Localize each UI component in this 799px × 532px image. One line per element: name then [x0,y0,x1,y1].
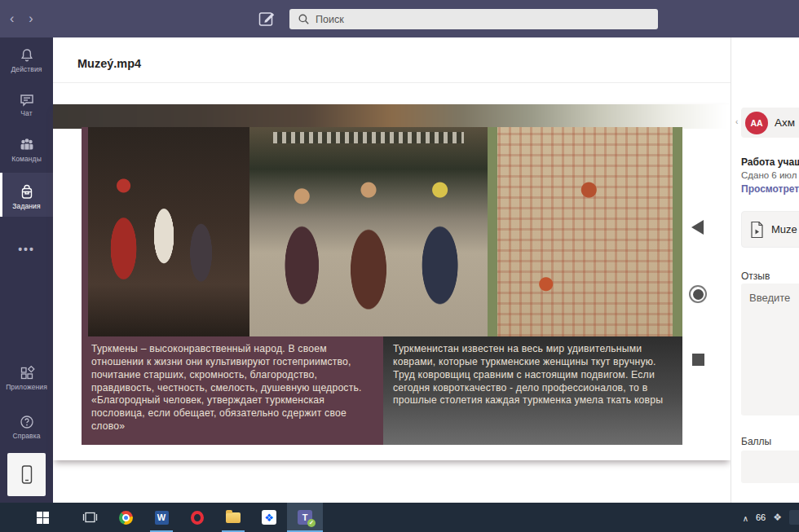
forward-icon[interactable]: › [29,11,33,26]
presentation-slide: Туркмены – высоконравственный народ. В с… [82,127,682,445]
back-icon[interactable]: ‹ [10,11,14,26]
phone-icon [20,464,34,486]
slide-caption-left: Туркмены – высоконравственный народ. В с… [82,336,383,445]
start-button[interactable] [24,503,60,532]
sidebar-item-assignments[interactable]: Задания [0,173,53,217]
apps-icon [19,365,35,381]
record-button[interactable] [689,285,707,303]
assignments-icon [19,184,35,200]
photo-traditional-ceremony [88,127,249,336]
taskbar-chrome[interactable] [108,503,143,532]
dropbox-icon: ❖ [262,510,276,525]
sidebar-label-chat: Чат [0,109,53,117]
chrome-icon [119,511,133,525]
taskbar-explorer[interactable] [215,503,251,532]
search-input[interactable]: Поиск [289,9,658,29]
opera-icon [191,511,204,525]
new-chat-icon[interactable] [258,10,276,28]
previous-button[interactable] [691,220,704,235]
tray-expand-icon[interactable]: ∧ [743,514,748,523]
search-icon [298,14,309,24]
view-history-link[interactable]: Просмотрет [741,183,799,195]
windows-taskbar: W ❖ T ∧ 66 ❖ [0,503,799,532]
task-view-icon [82,511,98,524]
task-view-button[interactable] [72,503,108,532]
student-chip[interactable]: AA Ахм [741,108,799,138]
taskbar-word[interactable]: W [143,503,179,532]
assignment-panel: ‹ AA Ахм Работа учащ Сдано 6 июл Просмот… [731,37,799,503]
attached-file-card[interactable]: Muze [741,211,799,248]
sidebar-item-teams[interactable]: Команды [0,137,53,163]
feedback-label: Отзыв [741,270,770,282]
attached-file-name: Muze [771,223,797,235]
header-divider [53,82,731,83]
mobile-app-button[interactable] [7,453,46,496]
document-title: Muzeý.mp4 [77,57,141,70]
taskbar-opera[interactable] [179,503,215,532]
system-tray: ∧ 66 ❖ [743,503,799,532]
more-icon: ••• [18,243,35,256]
sidebar-label-teams: Команды [0,155,53,163]
stop-button[interactable] [692,354,704,366]
word-icon: W [155,511,169,525]
teams-window: ‹ › Поиск Действия [0,0,799,532]
tray-dropbox-icon[interactable]: ❖ [773,512,782,523]
collapse-chevron-icon[interactable]: ‹ [735,117,738,126]
chat-icon [19,91,35,108]
avatar: AA [745,112,768,134]
photo-turkmen-women [249,127,488,336]
sidebar-label-activity: Действия [0,65,53,73]
windows-icon [37,512,49,524]
teams-app-icon: T [298,510,312,525]
app-sidebar: Действия Чат Команды [0,37,53,503]
sidebar-item-activity[interactable]: Действия [0,47,53,73]
video-file-icon [750,221,764,239]
search-placeholder: Поиск [316,14,344,25]
video-blur-strip [53,104,731,129]
work-label: Работа учащ [741,156,799,168]
sidebar-label-apps: Приложения [0,383,53,391]
sidebar-item-chat[interactable]: Чат [0,91,53,117]
tray-count: 66 [756,512,766,522]
bell-icon [19,47,35,64]
feedback-textarea[interactable] [741,284,799,415]
explorer-icon [226,512,241,523]
sidebar-item-more[interactable]: ••• [0,243,53,256]
photo-turkmen-carpet [488,127,682,336]
sidebar-item-help[interactable]: Справка [0,414,53,440]
teams-icon [18,137,36,153]
main-content: Muzeý.mp4 Туркмены – высоконравственный … [53,37,731,503]
sidebar-label-assignments: Задания [0,202,53,210]
submitted-status: Сдано 6 июл [741,170,797,180]
points-input[interactable] [741,451,799,483]
sidebar-label-help: Справка [0,432,53,440]
points-label: Баллы [741,436,771,447]
slide-caption-right: Туркменистан известен на весь мир удивит… [383,336,682,445]
video-player[interactable]: Туркмены – высоконравственный народ. В с… [53,104,731,460]
taskbar-teams[interactable]: T [287,503,323,532]
taskbar-dropbox[interactable]: ❖ [251,503,287,532]
tray-partial-icon[interactable] [789,510,799,525]
sidebar-item-apps[interactable]: Приложения [0,365,53,391]
top-bar: ‹ › Поиск [0,0,799,37]
help-icon [19,414,35,430]
student-name: Ахм [775,117,795,129]
